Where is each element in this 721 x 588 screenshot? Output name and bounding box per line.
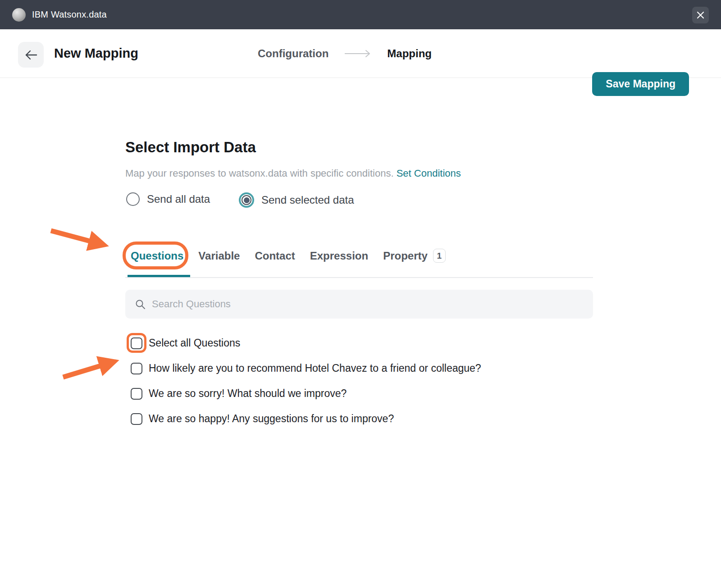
tab-expression[interactable]: Expression	[310, 250, 368, 262]
breadcrumb-step-mapping[interactable]: Mapping	[387, 47, 432, 60]
app-title: IBM Watsonx.data	[32, 9, 107, 20]
radio-label: Send selected data	[261, 194, 354, 206]
tab-property-badge: 1	[433, 249, 446, 263]
radio-send-selected-data[interactable]: Send selected data	[239, 192, 354, 208]
radio-dot	[244, 197, 250, 203]
breadcrumb-arrow-icon	[344, 50, 372, 58]
section-subtitle: Map your responses to watsonx.data with …	[125, 168, 461, 179]
radio-selected-icon[interactable]	[239, 192, 254, 208]
annotation-arrow-to-tab	[51, 231, 103, 245]
tab-property-label: Property	[383, 250, 428, 262]
tab-variable[interactable]: Variable	[198, 250, 240, 262]
question-row: We are so sorry! What should we improve?	[131, 387, 347, 400]
search-questions-input[interactable]	[152, 298, 557, 310]
breadcrumb-step-configuration[interactable]: Configuration	[258, 47, 329, 60]
annotation-arrow-to-checkbox	[63, 362, 114, 377]
tab-divider	[125, 277, 593, 278]
question-checkbox[interactable]	[131, 363, 142, 374]
header: New Mapping Configuration Mapping Save M…	[0, 29, 721, 78]
select-all-checkbox[interactable]	[131, 337, 142, 349]
tab-bar: Questions Variable Contact Expression Pr…	[131, 249, 446, 263]
radio-unselected-icon[interactable]	[126, 192, 140, 206]
new-mapping-page: IBM Watsonx.data New Mapping Configurati…	[0, 0, 721, 588]
back-arrow-icon	[24, 49, 38, 61]
radio-send-all-data[interactable]: Send all data	[126, 192, 210, 206]
select-all-label: Select all Questions	[149, 337, 240, 349]
question-label: We are so sorry! What should we improve?	[149, 387, 347, 400]
question-label: We are so happy! Any suggestions for us …	[149, 413, 394, 425]
section-heading: Select Import Data	[125, 139, 256, 156]
search-box[interactable]	[125, 290, 593, 319]
tab-property[interactable]: Property 1	[383, 249, 446, 263]
set-conditions-link[interactable]: Set Conditions	[397, 168, 461, 179]
save-mapping-button[interactable]: Save Mapping	[592, 72, 689, 96]
watsonx-logo-icon	[12, 8, 26, 22]
question-row: We are so happy! Any suggestions for us …	[131, 413, 394, 425]
radio-label: Send all data	[147, 193, 210, 205]
subtitle-text: Map your responses to watsonx.data with …	[125, 168, 394, 179]
search-icon	[135, 299, 146, 310]
question-row: How likely are you to recommend Hotel Ch…	[131, 362, 481, 374]
tab-contact[interactable]: Contact	[255, 250, 295, 262]
question-checkbox[interactable]	[131, 388, 142, 400]
page-title: New Mapping	[54, 46, 138, 61]
select-all-row: Select all Questions	[131, 337, 240, 349]
titlebar: IBM Watsonx.data	[0, 0, 721, 29]
close-icon	[697, 11, 704, 19]
question-checkbox[interactable]	[131, 413, 142, 425]
radio-inner-ring	[242, 195, 251, 205]
question-label: How likely are you to recommend Hotel Ch…	[149, 362, 481, 374]
close-button[interactable]	[692, 7, 709, 23]
back-button[interactable]	[18, 42, 44, 68]
breadcrumb: Configuration Mapping	[258, 47, 432, 60]
tab-questions[interactable]: Questions	[131, 250, 183, 262]
